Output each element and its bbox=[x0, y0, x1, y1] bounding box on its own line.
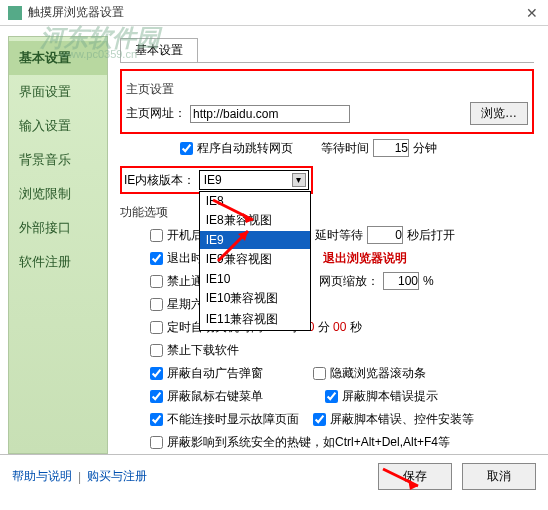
app-icon bbox=[8, 6, 22, 20]
delay-input[interactable] bbox=[367, 226, 403, 244]
wait-unit: 分钟 bbox=[413, 140, 437, 157]
url-label: 主页网址： bbox=[126, 105, 186, 122]
ie-version-combo[interactable]: IE9 ▾ IE8 IE8兼容视图 IE9 IE9兼容视图 IE10 IE10兼… bbox=[199, 170, 309, 190]
sidebar-item-restrict[interactable]: 浏览限制 bbox=[9, 177, 107, 211]
boot-checkbox[interactable] bbox=[150, 229, 163, 242]
delay-label: 延时等待 bbox=[315, 227, 363, 244]
homepage-url-input[interactable] bbox=[190, 105, 350, 123]
window-title: 触摸屏浏览器设置 bbox=[28, 4, 124, 21]
adblock-label: 屏蔽自动广告弹窗 bbox=[167, 365, 263, 382]
wait-label: 等待时间 bbox=[321, 140, 369, 157]
sidebar-item-external[interactable]: 外部接口 bbox=[9, 211, 107, 245]
timer-sec: 00 bbox=[333, 320, 346, 334]
footer: 帮助与说明 | 购买与注册 保存 取消 bbox=[0, 454, 548, 498]
autojump-checkbox[interactable] bbox=[180, 142, 193, 155]
zoom-label: 网页缩放： bbox=[319, 273, 379, 290]
failpage-checkbox[interactable] bbox=[150, 413, 163, 426]
sidebar-item-register[interactable]: 软件注册 bbox=[9, 245, 107, 279]
ie-option-selected[interactable]: IE9 bbox=[200, 231, 310, 249]
sidebar-item-basic[interactable]: 基本设置 bbox=[9, 41, 107, 75]
zoom-unit: % bbox=[423, 274, 434, 288]
ie-option[interactable]: IE10兼容视图 bbox=[200, 288, 310, 309]
tab-basic[interactable]: 基本设置 bbox=[120, 38, 198, 62]
delay-unit: 秒后打开 bbox=[407, 227, 455, 244]
pinch-checkbox[interactable] bbox=[150, 275, 163, 288]
scriptctl-checkbox[interactable] bbox=[313, 413, 326, 426]
nodl-label: 禁止下载软件 bbox=[167, 342, 239, 359]
ie-label: IE内核版本： bbox=[124, 173, 195, 187]
buy-link[interactable]: 购买与注册 bbox=[87, 468, 147, 485]
hidescroll-checkbox[interactable] bbox=[313, 367, 326, 380]
hotkey-checkbox[interactable] bbox=[150, 436, 163, 449]
close-icon[interactable]: ✕ bbox=[526, 5, 538, 21]
browse-button[interactable]: 浏览… bbox=[470, 102, 528, 125]
zoom-input[interactable] bbox=[383, 272, 419, 290]
ie-option[interactable]: IE8兼容视图 bbox=[200, 210, 310, 231]
chevron-down-icon[interactable]: ▾ bbox=[292, 173, 306, 187]
titlebar: 触摸屏浏览器设置 ✕ bbox=[0, 0, 548, 26]
rclick-label: 屏蔽鼠标右键菜单 bbox=[167, 388, 263, 405]
help-link[interactable]: 帮助与说明 bbox=[12, 468, 72, 485]
scripterr-label: 屏蔽脚本错误提示 bbox=[342, 388, 438, 405]
timer-checkbox[interactable] bbox=[150, 321, 163, 334]
hidescroll-label: 隐藏浏览器滚动条 bbox=[330, 365, 426, 382]
hotkey-label: 屏蔽影响到系统安全的热键，如Ctrl+Alt+Del,Alt+F4等 bbox=[167, 434, 450, 451]
sidebar-item-ui[interactable]: 界面设置 bbox=[9, 75, 107, 109]
rclick-checkbox[interactable] bbox=[150, 390, 163, 403]
ie-option[interactable]: IE9兼容视图 bbox=[200, 249, 310, 270]
ie-dropdown: IE8 IE8兼容视图 IE9 IE9兼容视图 IE10 IE10兼容视图 IE… bbox=[199, 191, 311, 331]
ie-option[interactable]: IE8 bbox=[200, 192, 310, 210]
save-button[interactable]: 保存 bbox=[378, 463, 452, 490]
homepage-group-highlight: 主页设置 主页网址： 浏览… bbox=[120, 69, 534, 134]
wait-input[interactable] bbox=[373, 139, 409, 157]
exit-checkbox[interactable] bbox=[150, 252, 163, 265]
sidebar: 基本设置 界面设置 输入设置 背景音乐 浏览限制 外部接口 软件注册 bbox=[8, 36, 108, 454]
cancel-button[interactable]: 取消 bbox=[462, 463, 536, 490]
ie-option[interactable]: IE10 bbox=[200, 270, 310, 288]
scripterr-checkbox[interactable] bbox=[325, 390, 338, 403]
ie-version-value: IE9 bbox=[204, 173, 222, 187]
exit-note: 退出浏览器说明 bbox=[323, 250, 407, 267]
func-group-label: 功能选项 bbox=[120, 204, 534, 221]
autojump-label: 程序自动跳转网页 bbox=[197, 140, 293, 157]
failpage-label: 不能连接时显示故障页面 bbox=[167, 411, 299, 428]
nodl-checkbox[interactable] bbox=[150, 344, 163, 357]
adblock-checkbox[interactable] bbox=[150, 367, 163, 380]
weekend-checkbox[interactable] bbox=[150, 298, 163, 311]
homepage-group-label: 主页设置 bbox=[126, 81, 528, 98]
sidebar-item-input[interactable]: 输入设置 bbox=[9, 109, 107, 143]
scriptctl-label: 屏蔽脚本错误、控件安装等 bbox=[330, 411, 474, 428]
ie-option[interactable]: IE11兼容视图 bbox=[200, 309, 310, 330]
sidebar-item-music[interactable]: 背景音乐 bbox=[9, 143, 107, 177]
